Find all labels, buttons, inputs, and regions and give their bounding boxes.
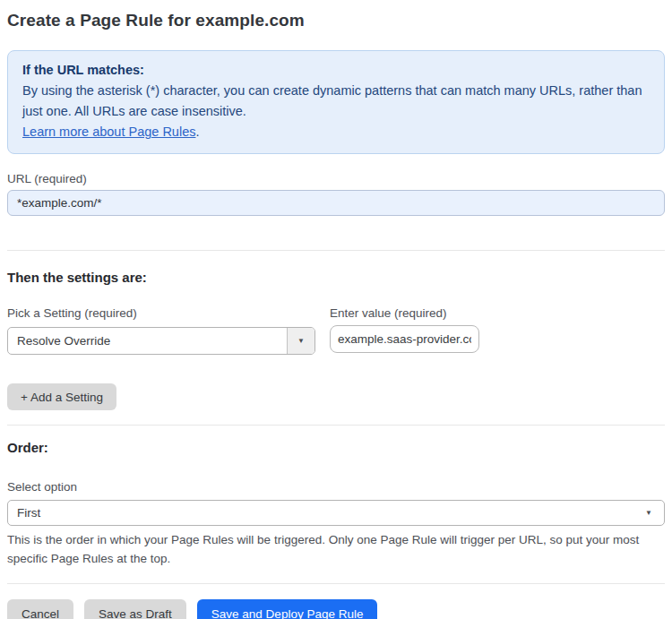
link-suffix: .	[195, 125, 199, 139]
order-select[interactable]: First ▼	[7, 500, 665, 526]
info-box-body: By using the asterisk (*) character, you…	[22, 81, 650, 122]
save-deploy-button[interactable]: Save and Deploy Page Rule	[197, 599, 378, 619]
info-box-link-line: Learn more about Page Rules.	[22, 122, 650, 142]
setting-picker-column: Pick a Setting (required) Resolve Overri…	[7, 306, 315, 355]
url-input[interactable]	[7, 190, 665, 216]
setting-value-column: Enter value (required)	[330, 306, 479, 353]
order-section-heading: Order:	[7, 440, 665, 455]
settings-section-heading: Then the settings are:	[7, 270, 665, 285]
order-select-value: First	[8, 506, 645, 520]
setting-select[interactable]: Resolve Override ▼	[7, 327, 315, 355]
divider	[7, 425, 665, 426]
url-label: URL (required)	[7, 172, 665, 185]
setting-value-label: Enter value (required)	[330, 306, 479, 320]
setting-value-input[interactable]	[330, 325, 479, 353]
page-title: Create a Page Rule for example.com	[7, 11, 665, 30]
cancel-button[interactable]: Cancel	[7, 599, 73, 619]
info-box-heading: If the URL matches:	[22, 60, 650, 81]
chevron-down-icon[interactable]: ▼	[287, 328, 314, 354]
settings-row: Pick a Setting (required) Resolve Overri…	[7, 306, 665, 355]
url-match-info-box: If the URL matches: By using the asteris…	[7, 50, 665, 154]
learn-more-link[interactable]: Learn more about Page Rules	[22, 125, 195, 139]
divider	[7, 583, 665, 584]
add-setting-button[interactable]: + Add a Setting	[7, 383, 116, 410]
order-help-text: This is the order in which your Page Rul…	[7, 531, 658, 568]
divider	[7, 250, 665, 251]
form-actions: Cancel Save as Draft Save and Deploy Pag…	[7, 599, 665, 619]
chevron-down-icon: ▼	[645, 509, 664, 517]
order-select-label: Select option	[7, 480, 665, 494]
setting-select-value: Resolve Override	[8, 334, 287, 348]
page-rule-form: Create a Page Rule for example.com If th…	[0, 0, 672, 619]
save-draft-button[interactable]: Save as Draft	[84, 599, 186, 619]
setting-picker-label: Pick a Setting (required)	[7, 306, 315, 320]
